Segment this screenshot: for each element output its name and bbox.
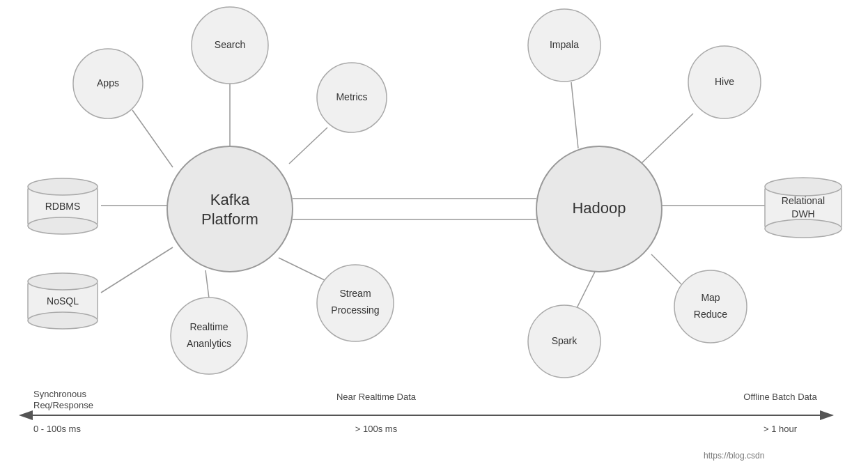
hive-node: Hive [688, 46, 761, 118]
architecture-diagram: RDBMS NoSQL Relational DWH Kafka Platfor… [0, 0, 868, 471]
stream-label-line1: Stream [339, 288, 371, 299]
connector-kafka-apps [132, 110, 173, 167]
connector-hadoop-mapreduce [651, 254, 681, 284]
connector-kafka-nosql [101, 247, 173, 293]
connector-kafka-realtime [206, 270, 209, 298]
kafka-platform-node: Kafka Platform [167, 146, 293, 272]
connector-hadoop-hive [641, 114, 693, 164]
kafka-label-line1: Kafka [210, 191, 250, 208]
svg-point-7 [28, 312, 98, 329]
svg-point-17 [171, 298, 247, 374]
hadoop-label: Hadoop [572, 199, 626, 217]
map-reduce-label-line1: Map [701, 292, 720, 303]
svg-point-9 [765, 178, 842, 196]
svg-point-10 [765, 219, 842, 238]
spark-node: Spark [528, 305, 600, 378]
synchronous-label-line1: Synchronous [33, 389, 86, 399]
impala-node: Impala [528, 9, 600, 82]
time-label-2: > 100s ms [355, 424, 398, 434]
map-reduce-node: Map Reduce [674, 270, 747, 343]
time-label-3: > 1 hour [764, 424, 798, 434]
relational-dwh-label-line2: DWH [791, 208, 814, 219]
relational-dwh-node: Relational DWH [765, 178, 842, 238]
rdbms-node: RDBMS [28, 178, 98, 234]
svg-point-6 [28, 273, 98, 290]
metrics-node: Metrics [317, 63, 387, 132]
search-label: Search [215, 39, 245, 50]
nosql-node: NoSQL [28, 273, 98, 329]
spark-label: Spark [552, 335, 578, 346]
svg-point-16 [317, 265, 394, 341]
apps-label: Apps [97, 77, 119, 88]
connector-hadoop-spark [577, 270, 596, 308]
connector-hadoop-impala [571, 82, 578, 148]
offline-batch-label: Offline Batch Data [743, 392, 817, 402]
map-reduce-label-line2: Reduce [694, 309, 727, 320]
search-node: Search [192, 7, 268, 84]
realtime-label-line2: Ananlytics [187, 338, 231, 349]
metrics-label: Metrics [336, 91, 367, 102]
svg-point-11 [167, 146, 293, 272]
connector-kafka-stream [279, 258, 326, 281]
realtime-label-line1: Realtime [189, 321, 228, 332]
rdbms-label: RDBMS [45, 201, 81, 212]
time-label-1: 0 - 100s ms [33, 424, 81, 434]
connector-kafka-metrics [289, 128, 327, 164]
watermark: https://blog.csdn [704, 451, 764, 461]
apps-node: Apps [73, 49, 143, 118]
nosql-label: NoSQL [47, 295, 79, 307]
relational-dwh-label-line1: Relational [782, 195, 825, 206]
realtime-analytics-node: Realtime Ananlytics [171, 298, 247, 374]
stream-processing-node: Stream Processing [317, 265, 394, 341]
svg-point-4 [28, 217, 98, 234]
near-realtime-label: Near Realtime Data [336, 392, 417, 402]
svg-point-3 [28, 178, 98, 195]
hive-label: Hive [715, 76, 734, 87]
svg-point-21 [674, 270, 747, 343]
hadoop-node: Hadoop [536, 146, 662, 272]
impala-label: Impala [550, 39, 579, 50]
kafka-label-line2: Platform [201, 210, 258, 228]
stream-label-line2: Processing [331, 304, 379, 316]
synchronous-label-line2: Req/Response [33, 400, 93, 410]
